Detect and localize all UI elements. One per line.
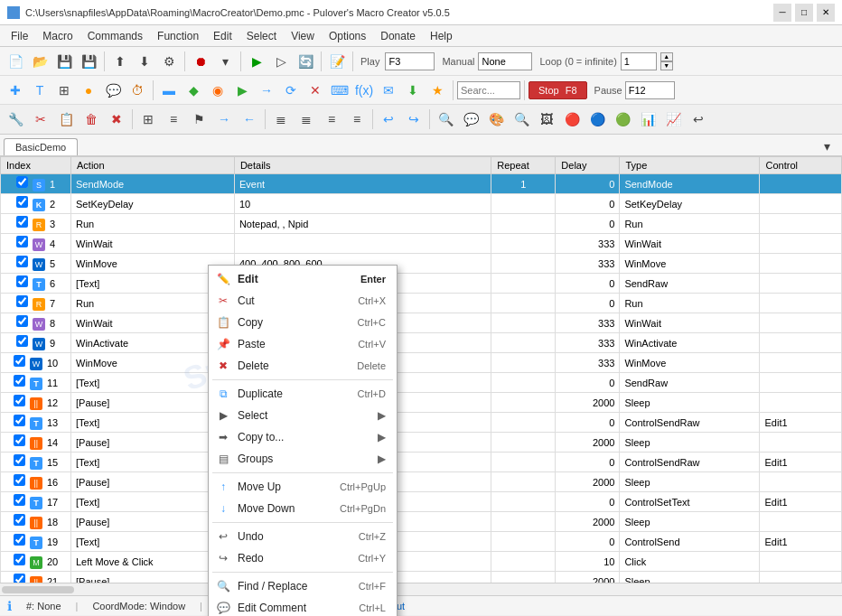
- ctx-item-paste[interactable]: 📌 Paste Ctrl+V: [209, 333, 397, 355]
- ctx-item-editcomment[interactable]: 💬 Edit Comment Ctrl+L: [209, 597, 397, 616]
- table-row[interactable]: W 8 WinWait 333 WinWait: [1, 313, 842, 333]
- tab-dropdown-button[interactable]: ▾: [815, 137, 838, 155]
- tool-24[interactable]: 🟢: [611, 108, 634, 130]
- ctx-item-redo[interactable]: ↪ Redo Ctrl+Y: [209, 547, 397, 569]
- row-checkbox[interactable]: [16, 216, 28, 228]
- table-row[interactable]: R 3 Run Notepad, , Npid 0 Run: [1, 214, 842, 234]
- tool-12[interactable]: ≣: [295, 108, 318, 130]
- tool-3[interactable]: 📋: [54, 108, 78, 130]
- ctx-item-cut[interactable]: ✂ Cut Ctrl+X: [209, 290, 397, 312]
- menu-select[interactable]: Select: [239, 28, 284, 44]
- tool-27[interactable]: ↩: [687, 108, 710, 130]
- tool-4[interactable]: 🗑: [80, 108, 103, 130]
- tool-18[interactable]: 💬: [459, 108, 482, 130]
- table-row[interactable]: || 16 [Pause] 2000 Sleep: [1, 472, 842, 492]
- tool-21[interactable]: 🖼: [535, 108, 558, 130]
- menu-donate[interactable]: Donate: [373, 28, 423, 44]
- search-input[interactable]: [457, 81, 520, 99]
- loop-up[interactable]: ▲: [660, 52, 673, 61]
- row-checkbox[interactable]: [14, 454, 25, 466]
- tool-1[interactable]: 🔧: [4, 108, 27, 130]
- pause-shortcut-input[interactable]: [625, 81, 675, 99]
- h-scroll-thumb[interactable]: [2, 586, 74, 593]
- record-dropdown[interactable]: ▾: [213, 51, 237, 72]
- row-checkbox[interactable]: [16, 315, 28, 327]
- tool-25[interactable]: 📊: [636, 108, 660, 130]
- ctx-item-delete[interactable]: ✖ Delete Delete: [209, 355, 397, 377]
- table-row[interactable]: || 18 [Pause] 2000 Sleep: [1, 512, 842, 532]
- tool-26[interactable]: 📈: [661, 108, 685, 130]
- tab-basicdemo[interactable]: BasicDemo: [4, 138, 78, 155]
- row-checkbox[interactable]: [14, 415, 25, 426]
- tool-5[interactable]: ✖: [105, 108, 128, 130]
- shape-3[interactable]: ◉: [206, 79, 229, 101]
- tool-13[interactable]: ≡: [320, 108, 343, 130]
- loop-down[interactable]: ▼: [660, 61, 673, 70]
- tool-11[interactable]: ≣: [269, 108, 293, 130]
- close-button[interactable]: ✕: [817, 4, 835, 22]
- row-checkbox[interactable]: [14, 494, 25, 506]
- table-row[interactable]: W 5 WinMove 400, 400, 800, 600 333 WinMo…: [1, 254, 842, 274]
- row-checkbox[interactable]: [14, 474, 25, 486]
- shape-11[interactable]: ⬇: [401, 79, 425, 101]
- shape-10[interactable]: ✉: [377, 79, 400, 101]
- minimize-button[interactable]: ─: [773, 4, 791, 22]
- edit-button2[interactable]: T: [28, 79, 51, 101]
- circle-button[interactable]: ●: [77, 79, 100, 101]
- shape-4[interactable]: ▶: [230, 79, 254, 101]
- settings-button[interactable]: ⚙: [157, 51, 181, 72]
- table-row[interactable]: || 14 [Pause] 2000 Sleep: [1, 433, 842, 453]
- tool-8[interactable]: ⚑: [187, 108, 210, 130]
- row-checkbox[interactable]: [16, 295, 28, 307]
- stop-button[interactable]: Stop F8: [529, 81, 587, 99]
- import-button[interactable]: ⬆: [108, 51, 132, 72]
- row-checkbox[interactable]: [16, 335, 28, 347]
- row-checkbox[interactable]: [14, 514, 25, 526]
- tool-23[interactable]: 🔵: [585, 108, 609, 130]
- tool-6[interactable]: ⊞: [136, 108, 160, 130]
- ctx-item-undo[interactable]: ↩ Undo Ctrl+Z: [209, 526, 397, 547]
- menu-function[interactable]: Function: [150, 28, 206, 44]
- record-button[interactable]: ⏺: [189, 51, 212, 72]
- ctx-item-copy[interactable]: 📋 Copy Ctrl+C: [209, 312, 397, 333]
- table-row[interactable]: W 10 WinMove 0, 0, 800, 600 333 WinMove: [1, 353, 842, 373]
- table-row[interactable]: T 11 [Text] Here we're using commonly us…: [1, 373, 842, 393]
- row-checkbox[interactable]: [14, 375, 25, 387]
- row-checkbox[interactable]: [14, 574, 25, 583]
- play-button[interactable]: ▶: [245, 51, 268, 72]
- menu-view[interactable]: View: [284, 28, 322, 44]
- tool-15[interactable]: ↩: [377, 108, 400, 130]
- table-row[interactable]: T 13 [Text] While this one was sent dire…: [1, 413, 842, 433]
- tool-7[interactable]: ≡: [162, 108, 185, 130]
- row-checkbox[interactable]: [14, 355, 25, 367]
- ctx-item-copyto[interactable]: ➡ Copy to... ▶: [209, 426, 397, 448]
- export-button[interactable]: ⬇: [133, 51, 156, 72]
- play-step-button[interactable]: ▷: [269, 51, 293, 72]
- row-checkbox[interactable]: [16, 275, 28, 287]
- shape-6[interactable]: ⟳: [279, 79, 303, 101]
- row-checkbox[interactable]: [14, 434, 25, 446]
- tool-9[interactable]: →: [212, 108, 236, 130]
- tool-19[interactable]: 🎨: [484, 108, 508, 130]
- menu-commands[interactable]: Commands: [80, 28, 150, 44]
- menu-help[interactable]: Help: [423, 28, 460, 44]
- new-button[interactable]: 📄: [4, 51, 27, 72]
- shape-7[interactable]: ✕: [304, 79, 327, 101]
- maximize-button[interactable]: □: [795, 4, 813, 22]
- table-row[interactable]: T 17 [Text] ...LIKE THIS!!! 0 ControlSet…: [1, 492, 842, 512]
- tool-10[interactable]: ←: [238, 108, 261, 130]
- table-row[interactable]: T 19 [Text] {Control Down}{End}{Control …: [1, 532, 842, 552]
- tool-22[interactable]: 🔴: [560, 108, 584, 130]
- menu-file[interactable]: File: [4, 28, 35, 44]
- table-row[interactable]: K 2 SetKeyDelay 10 0 SetKeyDelay: [1, 194, 842, 214]
- ctx-item-moveup[interactable]: ↑ Move Up Ctrl+PgUp: [209, 476, 397, 498]
- menu-macro[interactable]: Macro: [35, 28, 80, 44]
- ctx-item-groups[interactable]: ▤ Groups ▶: [209, 448, 397, 470]
- table-row[interactable]: T 15 [Text] You can also set the text of…: [1, 453, 842, 472]
- tool-20[interactable]: 🔍: [510, 108, 533, 130]
- tool-2[interactable]: ✂: [29, 108, 52, 130]
- manual-input[interactable]: [478, 52, 532, 70]
- table-row[interactable]: W 9 WinActivate 333 WinActivate: [1, 333, 842, 353]
- menu-edit[interactable]: Edit: [206, 28, 239, 44]
- ctx-item-edit[interactable]: ✏️ Edit Enter: [209, 268, 397, 290]
